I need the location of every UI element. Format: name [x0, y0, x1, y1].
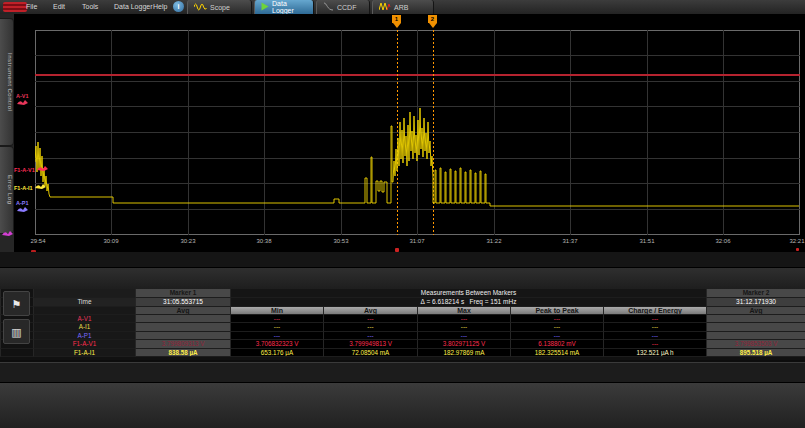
col-min[interactable]: Min	[230, 307, 323, 315]
x-tick: 31:37	[562, 238, 577, 244]
tab-ccdf-label: CCDF	[337, 4, 356, 11]
tab-scope[interactable]: Scope	[187, 0, 252, 14]
marker1-flag[interactable]: 1	[392, 15, 401, 28]
table-row-f1-a-i1[interactable]: F1-A-I1 838.58 µA 653.176 µA 72.08504 mA…	[0, 349, 805, 357]
marker2-arrow-icon	[429, 23, 437, 28]
marker1-avg-header: Avg	[135, 307, 230, 315]
marker2-flag[interactable]: 2	[428, 15, 437, 28]
measurements-table: Marker 1 Measurements Between Markers Ma…	[0, 289, 805, 360]
time-column-label: Time	[33, 298, 135, 307]
ccdf-curve-icon	[323, 2, 334, 12]
left-sidebar: Instrument Control Error Log	[0, 14, 14, 254]
col-charge-energy[interactable]: Charge / Energy	[603, 307, 706, 315]
x-tick: 32:21	[789, 238, 804, 244]
tab-data-logger-label: Data Logger	[272, 0, 307, 14]
tab-scope-label: Scope	[210, 4, 230, 11]
trace-label-f1-a-v1[interactable]: F1-A-V1	[14, 165, 49, 173]
menu-file[interactable]: File	[26, 3, 37, 10]
logger-toolbar: Stopped Markers & Measurements ▾ ⊕ Auto …	[0, 267, 805, 290]
col-avg[interactable]: Avg	[323, 307, 417, 315]
menu-tools[interactable]: Tools	[82, 3, 98, 10]
col-max[interactable]: Max	[417, 307, 510, 315]
table-row-f1-a-v1[interactable]: F1-A-V1 3.799809313 V 3.706832323 V 3.79…	[0, 340, 805, 348]
tab-data-logger[interactable]: Data Logger	[254, 0, 314, 14]
menu-help[interactable]: Help	[153, 3, 167, 10]
top-menu-bar: File Edit Tools Data Logger Help i Scope…	[0, 0, 805, 15]
menu-edit[interactable]: Edit	[53, 3, 65, 10]
table-row-a-i1[interactable]: A-I1 --- --- --- --- ---	[0, 323, 805, 331]
x-tick: 30:09	[103, 238, 118, 244]
info-icon[interactable]: i	[173, 1, 184, 12]
tab-arb-label: ARB	[394, 4, 408, 11]
instrument-panel: INSTRUMENTS OUTPUTS xx测试-P1W测量 × ACTIVE …	[0, 382, 805, 428]
scope-waveform-icon	[194, 2, 207, 12]
trace-label-a-p1[interactable]: A-P1	[16, 200, 29, 214]
marker2-number: 2	[428, 15, 437, 23]
x-tick: 31:22	[486, 238, 501, 244]
menu-data-logger[interactable]: Data Logger	[114, 3, 153, 10]
table-row-a-p1[interactable]: A-P1 --- --- --- --- ---	[0, 332, 805, 340]
table-row-a-v1[interactable]: A-V1 --- --- --- --- ---	[0, 315, 805, 323]
x-tick: 29:54	[30, 238, 45, 244]
column-view-button[interactable]: ▥	[3, 319, 30, 344]
col-peak-to-peak[interactable]: Peak to Peak	[510, 307, 603, 315]
axis-marker-dot	[796, 248, 799, 251]
x-tick: 31:51	[639, 238, 654, 244]
app-logo-icon	[3, 2, 27, 12]
sidebar-tab-error-log[interactable]: Error Log	[0, 146, 14, 234]
delta-freq-readout: Δ = 6.618214 s Freq = 151 mHz	[230, 298, 706, 307]
x-tick: 30:23	[180, 238, 195, 244]
app-window: File Edit Tools Data Logger Help i Scope…	[0, 0, 805, 428]
status-bar: 14.674 s /▾ Duration: 000:00:30 Period: …	[0, 362, 805, 383]
trace-label-f1-a-i1[interactable]: F1-A-I1	[14, 183, 47, 191]
x-tick: 31:07	[409, 238, 424, 244]
marker1-number: 1	[392, 15, 401, 23]
play-icon	[261, 2, 269, 12]
tab-ccdf[interactable]: CCDF	[316, 0, 370, 14]
marker2-time: 31:12.171930	[706, 298, 805, 307]
marker1-header: Marker 1	[135, 289, 230, 298]
waveform-plot[interactable]	[35, 30, 800, 235]
marker1-time: 31:05.553715	[135, 298, 230, 307]
trace-arrow-icon	[16, 206, 29, 213]
marker2-header: Marker 2	[706, 289, 805, 298]
trace-arrow-icon	[36, 165, 49, 172]
x-tick: 30:38	[256, 238, 271, 244]
x-tick: 30:53	[333, 238, 348, 244]
marker1-arrow-icon	[393, 23, 401, 28]
arb-waveform-icon	[379, 2, 391, 12]
sidebar-tab-instrument-control[interactable]: Instrument Control	[0, 18, 14, 146]
tab-arb[interactable]: ARB	[372, 0, 434, 14]
trace-arrow-icon	[34, 183, 47, 190]
trace-ref-icon	[1, 230, 14, 238]
trace-arrow-icon	[16, 99, 29, 106]
time-scrollbar: « ‹ › »	[0, 252, 805, 267]
x-tick: 32:06	[715, 238, 730, 244]
trace-label-a-v1[interactable]: A-V1	[16, 93, 29, 107]
between-markers-header: Measurements Between Markers	[230, 289, 706, 298]
marker-tools-button[interactable]: ⚑	[3, 291, 30, 316]
marker2-avg-header: Avg	[706, 307, 805, 315]
